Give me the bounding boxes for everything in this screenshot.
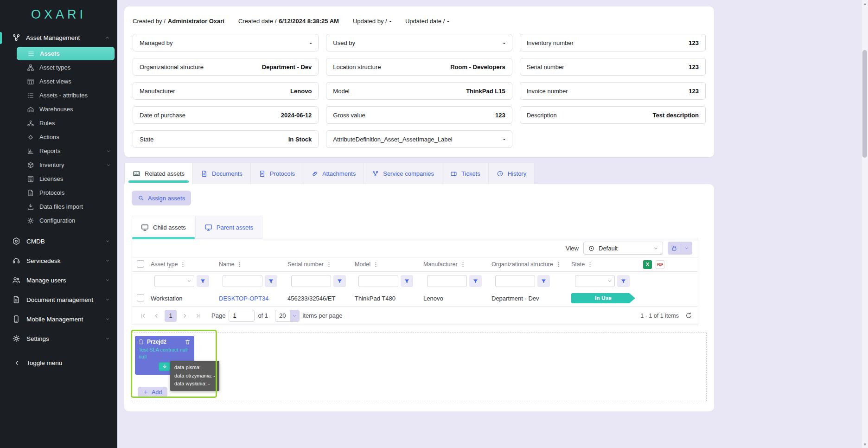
tab-protocols[interactable]: Protocols — [251, 163, 303, 184]
column-menu-icon[interactable] — [236, 262, 243, 268]
column-menu-icon[interactable] — [555, 262, 562, 268]
tab-documents[interactable]: Documents — [193, 163, 251, 184]
field-gross-value[interactable]: Gross value123 — [326, 106, 512, 124]
refresh-icon[interactable] — [685, 312, 692, 319]
download-icon[interactable] — [159, 362, 171, 371]
sidebar-item-asset-types[interactable]: Asset types — [17, 61, 115, 74]
sidebar-item-asset-management[interactable]: Asset Management — [0, 29, 117, 46]
sidebar-item-manage-users[interactable]: Manage users — [0, 270, 117, 290]
assign-assets-button[interactable]: Assign assets — [132, 191, 191, 205]
document-open-label[interactable]: Przejdź — [147, 339, 166, 345]
next-page-icon[interactable] — [180, 311, 190, 321]
tab-parent-assets[interactable]: Parent assets — [195, 216, 263, 239]
pdf-export-icon[interactable]: PDF — [656, 260, 664, 269]
filter-icon[interactable] — [333, 275, 346, 287]
column-header-name[interactable]: Name — [219, 261, 287, 268]
model-filter-input[interactable] — [358, 275, 398, 287]
chevron-down-icon[interactable] — [681, 246, 692, 250]
field-invoice-number[interactable]: Invoice number123 — [520, 82, 706, 100]
column-menu-icon[interactable] — [373, 262, 379, 268]
column-header-asset-type[interactable]: Asset type — [151, 261, 219, 268]
serial-number-filter-input[interactable] — [291, 275, 331, 287]
sidebar-item-assets-attributes[interactable]: Assets - attributes — [17, 89, 115, 102]
previous-page-icon[interactable] — [151, 311, 161, 321]
sidebar-item-asset-views[interactable]: Asset views — [17, 75, 115, 88]
scroll-up-icon[interactable]: ▲ — [862, 0, 868, 7]
column-menu-icon[interactable] — [460, 262, 466, 268]
tab-history[interactable]: History — [489, 163, 535, 184]
sidebar-item-mobile-management[interactable]: Mobile Management — [0, 309, 117, 329]
select-all-checkbox[interactable] — [137, 260, 144, 268]
cell-name-link[interactable]: DESKTOP-OPT34 — [219, 295, 268, 302]
scroll-down-icon[interactable]: ▼ — [862, 441, 868, 448]
last-page-icon[interactable] — [193, 311, 204, 321]
column-header-model[interactable]: Model — [355, 261, 423, 268]
column-menu-icon[interactable] — [180, 262, 186, 268]
sidebar-item-settings[interactable]: Settings — [0, 329, 117, 348]
first-page-icon[interactable] — [138, 311, 148, 321]
excel-export-icon[interactable]: X — [643, 260, 652, 269]
tab-service-companies[interactable]: Service companies — [364, 163, 442, 184]
field-location-structure[interactable]: Location structureRoom - Developers — [326, 58, 512, 76]
tab-related-assets[interactable]: Related assets — [124, 163, 193, 184]
vertical-scrollbar[interactable]: ▲ ▼ — [861, 0, 868, 448]
tab-child-assets[interactable]: Child assets — [132, 216, 195, 239]
field-serial-number[interactable]: Serial number123 — [520, 58, 706, 76]
sidebar-item-actions[interactable]: Actions — [17, 130, 115, 144]
filter-icon[interactable] — [197, 275, 209, 287]
sidebar-item-licenses[interactable]: Licenses — [17, 172, 115, 186]
lock-view-button[interactable] — [668, 242, 692, 255]
column-title: State — [571, 261, 585, 268]
sidebar-item-reports[interactable]: Reports — [17, 144, 115, 158]
scrollbar-thumb[interactable] — [862, 50, 867, 158]
page-number-button[interactable]: 1 — [165, 310, 177, 322]
field-managed-by[interactable]: Managed by- — [133, 34, 319, 51]
asset-type-filter-select[interactable] — [154, 275, 194, 287]
row-checkbox[interactable] — [137, 294, 144, 301]
manufacturer-filter-input[interactable] — [427, 275, 467, 287]
field-manufacturer[interactable]: ManufacturerLenovo — [133, 82, 319, 100]
filter-icon[interactable] — [265, 275, 277, 287]
sidebar-item-document-management[interactable]: Document management — [0, 290, 117, 309]
filter-icon[interactable] — [401, 275, 413, 287]
page-number-input[interactable] — [229, 310, 255, 322]
field-organizational-structure[interactable]: Organizational structureDepartment - Dev — [133, 58, 319, 76]
view-select[interactable]: Default — [583, 242, 663, 255]
field-state[interactable]: StateIn Stock — [133, 130, 319, 148]
name-filter-input[interactable] — [223, 275, 262, 287]
sidebar-item-servicedesk[interactable]: Servicedesk — [0, 251, 117, 270]
sidebar-item-assets[interactable]: Assets — [17, 47, 115, 60]
column-header-organizational-structure[interactable]: Organizational structure — [491, 261, 571, 268]
tab-tickets[interactable]: Tickets — [442, 163, 489, 184]
sidebar-item-cmdb[interactable]: CMDB — [0, 231, 117, 251]
column-header-state[interactable]: State — [571, 261, 593, 268]
tab-attachments[interactable]: Attachments — [303, 163, 364, 184]
column-header-manufacturer[interactable]: Manufacturer — [423, 261, 491, 268]
filter-icon[interactable] — [469, 275, 482, 287]
filter-icon[interactable] — [537, 275, 550, 287]
toggle-menu-button[interactable]: Toggle menu — [0, 355, 117, 371]
organizational-structure-filter-input[interactable] — [495, 275, 535, 287]
filter-icon[interactable] — [617, 275, 630, 287]
sidebar-item-protocols[interactable]: Protocols — [17, 186, 115, 199]
field-inventory-number[interactable]: Inventory number123 — [520, 34, 706, 51]
state-filter-select[interactable] — [575, 275, 615, 287]
column-menu-icon[interactable] — [587, 262, 593, 268]
sidebar-item-inventory[interactable]: Inventory — [17, 158, 115, 172]
field-description[interactable]: DescriptionTest description — [520, 106, 706, 124]
sidebar-item-data-files-import[interactable]: Data files import — [17, 200, 115, 213]
field-date-of-purchase[interactable]: Date of purchase2024-06-12 — [133, 106, 319, 124]
page-size-select[interactable]: 20 — [275, 310, 299, 322]
trash-icon[interactable] — [185, 339, 191, 345]
add-document-button[interactable]: Add — [138, 387, 167, 398]
sidebar-item-configuration[interactable]: Configuration — [17, 214, 115, 227]
table-row[interactable]: Workstation DESKTOP-OPT34 456233/32546/E… — [132, 290, 698, 306]
documents-drop-zone[interactable]: Przejdź Test SLA contract null null data… — [132, 333, 707, 401]
column-header-serial-number[interactable]: Serial number — [287, 261, 355, 268]
field-asset-image[interactable]: AttributeDefinition_Asset_AssetImage_Lab… — [326, 130, 512, 148]
sidebar-item-warehouses[interactable]: Warehouses — [17, 102, 115, 116]
field-model[interactable]: ModelThinkPad L15 — [326, 82, 512, 100]
column-menu-icon[interactable] — [326, 262, 332, 268]
sidebar-item-rules[interactable]: Rules — [17, 116, 115, 130]
field-used-by[interactable]: Used by- — [326, 34, 512, 51]
